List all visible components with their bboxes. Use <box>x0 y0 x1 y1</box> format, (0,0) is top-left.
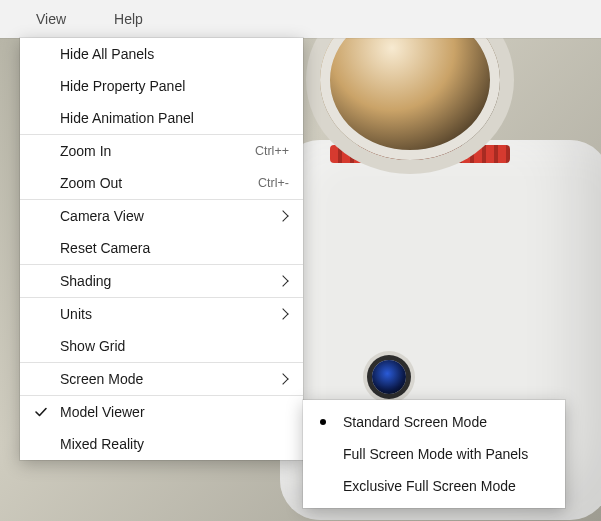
menu-item-label: Units <box>60 306 279 322</box>
submenu-item-standard-screen-mode[interactable]: Standard Screen Mode <box>303 406 565 438</box>
menu-item-label: Full Screen Mode with Panels <box>343 446 551 462</box>
menu-item-label: Mixed Reality <box>60 436 289 452</box>
menu-item-label: Exclusive Full Screen Mode <box>343 478 551 494</box>
menu-item-label: Shading <box>60 273 279 289</box>
check-icon <box>34 405 48 419</box>
menu-item-label: Screen Mode <box>60 371 279 387</box>
chevron-right-icon <box>277 373 288 384</box>
view-dropdown: Hide All Panels Hide Property Panel Hide… <box>20 38 303 460</box>
menu-item-hide-property-panel[interactable]: Hide Property Panel <box>20 70 303 102</box>
menu-item-zoom-in[interactable]: Zoom In Ctrl++ <box>20 135 303 167</box>
menu-item-screen-mode[interactable]: Screen Mode <box>20 363 303 395</box>
menu-item-shading[interactable]: Shading <box>20 265 303 297</box>
radio-selected-icon <box>320 419 326 425</box>
menu-item-label: Standard Screen Mode <box>343 414 551 430</box>
screen-mode-submenu: Standard Screen Mode Full Screen Mode wi… <box>303 400 565 508</box>
menu-item-label: Model Viewer <box>60 404 289 420</box>
chevron-right-icon <box>277 308 288 319</box>
submenu-item-full-screen-mode-panels[interactable]: Full Screen Mode with Panels <box>303 438 565 470</box>
menu-item-shortcut: Ctrl+- <box>258 176 289 190</box>
menu-item-shortcut: Ctrl++ <box>255 144 289 158</box>
chevron-right-icon <box>277 210 288 221</box>
menu-item-units[interactable]: Units <box>20 298 303 330</box>
menubar: View Help <box>0 0 601 38</box>
menu-item-mixed-reality[interactable]: Mixed Reality <box>20 428 303 460</box>
menu-item-show-grid[interactable]: Show Grid <box>20 330 303 362</box>
menu-help[interactable]: Help <box>114 11 143 27</box>
menu-item-label: Show Grid <box>60 338 289 354</box>
menu-item-reset-camera[interactable]: Reset Camera <box>20 232 303 264</box>
menu-item-label: Hide All Panels <box>60 46 289 62</box>
menu-item-label: Camera View <box>60 208 279 224</box>
menu-item-label: Hide Animation Panel <box>60 110 289 126</box>
menu-item-hide-animation-panel[interactable]: Hide Animation Panel <box>20 102 303 134</box>
menu-view[interactable]: View <box>36 11 66 27</box>
menu-item-zoom-out[interactable]: Zoom Out Ctrl+- <box>20 167 303 199</box>
menu-item-label: Zoom In <box>60 143 255 159</box>
menu-item-hide-all-panels[interactable]: Hide All Panels <box>20 38 303 70</box>
menu-item-label: Reset Camera <box>60 240 289 256</box>
menu-item-model-viewer[interactable]: Model Viewer <box>20 396 303 428</box>
menu-item-label: Hide Property Panel <box>60 78 289 94</box>
menu-item-label: Zoom Out <box>60 175 258 191</box>
submenu-item-exclusive-full-screen-mode[interactable]: Exclusive Full Screen Mode <box>303 470 565 502</box>
chevron-right-icon <box>277 275 288 286</box>
menu-item-camera-view[interactable]: Camera View <box>20 200 303 232</box>
